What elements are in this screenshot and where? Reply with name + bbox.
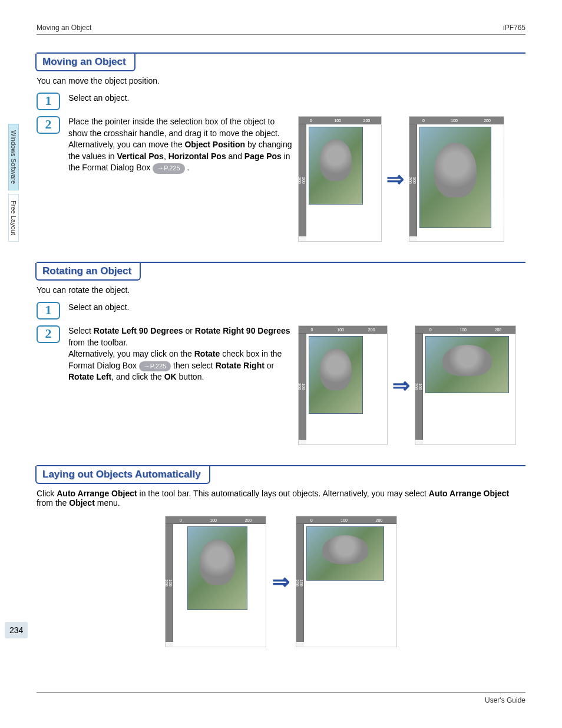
text-bold: Auto Arrange Object	[57, 489, 137, 498]
page-number-badge: 234	[5, 622, 28, 638]
text-bold: Rotate Right 90 Degrees	[195, 326, 290, 335]
section-intro-moving: You can move the object position.	[37, 76, 525, 85]
section-title-moving: Moving an Object	[35, 54, 135, 71]
figure-group-layout: 0100200 100200300 ⇒ 0100200 100200300	[37, 516, 525, 647]
figure-group-rotating: 0100200 100200300 ⇒ 0100200 100200300	[298, 325, 516, 445]
document-page: Moving an Object iPF765 Windows Software…	[0, 0, 562, 728]
figure-before: 0100200 100200300	[165, 516, 266, 647]
page-ref-pill[interactable]: →P.225	[139, 361, 171, 371]
step-number-icon: 1	[37, 93, 60, 110]
ruler-horizontal: 0100200	[166, 516, 266, 524]
ruler-vertical: 100200300	[409, 124, 417, 236]
step-number-icon: 2	[37, 325, 60, 343]
side-tab-windows-software[interactable]: Windows Software	[8, 124, 19, 190]
text: , and click the	[111, 372, 164, 381]
text: or	[183, 326, 195, 335]
ruler-vertical: 100200300	[166, 524, 173, 642]
ruler-horizontal: 0100200	[299, 117, 381, 124]
section-moving: Moving an Object You can move the object…	[37, 52, 525, 242]
ruler-horizontal: 0100200	[409, 117, 504, 124]
text: and	[226, 151, 244, 161]
step-text: Select Rotate Left 90 Degrees or Rotate …	[68, 325, 292, 383]
section-heading-bar: Laying out Objects Automatically	[37, 465, 525, 484]
text-bold: Object Position	[184, 140, 245, 149]
ruler-vertical: 100200300	[415, 334, 423, 440]
text-bold: Rotate	[194, 349, 220, 358]
step-text: Select an object.	[68, 302, 525, 314]
figure-after: 0100200 100200300	[296, 516, 397, 647]
text-bold: Horizontal Pos	[168, 151, 226, 161]
ruler-horizontal: 0100200	[296, 516, 396, 524]
step-2-moving: 2 Place the pointer inside the selection…	[37, 116, 525, 242]
text-bold: Auto Arrange Object	[429, 489, 509, 498]
figure-before: 0100200 100200300	[298, 116, 382, 242]
text: Alternatively, you may click on the	[68, 349, 194, 358]
footer-text: User's Guide	[485, 696, 525, 704]
section-intro-rotating: You can rotate the object.	[37, 285, 525, 295]
text-bold: Vertical Pos	[117, 151, 164, 161]
text-bold: Rotate Right	[216, 361, 265, 370]
arrow-right-icon: ⇒	[392, 373, 410, 398]
side-tab-free-layout[interactable]: Free Layout	[8, 194, 19, 242]
text: then select	[171, 361, 216, 370]
text: or	[265, 361, 274, 370]
ruler-vertical: 100200300	[299, 124, 306, 236]
section-title-layout: Laying out Objects Automatically	[35, 466, 210, 484]
figure-group-moving: 0100200 100200300 ⇒ 0100200 100200300	[298, 116, 504, 242]
side-tabs: Windows Software Free Layout	[8, 124, 20, 245]
text-bold: Page Pos	[244, 151, 282, 161]
ruler-horizontal: 0100200	[299, 326, 387, 334]
text-bold: OK	[164, 372, 177, 381]
figure-after: 0100200 100200300	[409, 116, 504, 242]
text: button.	[177, 372, 204, 381]
page-footer: User's Guide	[37, 692, 525, 704]
text: Select	[68, 326, 94, 335]
text: .	[185, 163, 190, 172]
text-bold: Rotate Left 90 Degrees	[94, 326, 183, 335]
ruler-horizontal: 0100200	[415, 326, 515, 334]
step-text: Place the pointer inside the selection b…	[68, 116, 292, 174]
section-layout-auto: Laying out Objects Automatically Click A…	[37, 465, 525, 647]
text: from the	[37, 498, 69, 508]
text: ,	[164, 151, 168, 161]
step-number-icon: 2	[37, 116, 60, 134]
figure-before: 0100200 100200300	[298, 325, 388, 445]
text-bold: Object	[69, 498, 95, 508]
koala-image	[306, 526, 384, 581]
text: menu.	[95, 498, 120, 508]
text-bold: Rotate Left	[68, 372, 111, 381]
figure-after: 0100200 100200300	[415, 325, 516, 445]
text: in the tool bar. This automatically lays…	[137, 489, 429, 498]
page-header: Moving an Object iPF765	[37, 24, 525, 35]
text: Alternatively, you can move the	[68, 140, 184, 149]
koala-image	[187, 526, 247, 610]
ruler-vertical: 100200300	[296, 524, 304, 642]
koala-image	[309, 336, 363, 414]
section-heading-bar: Moving an Object	[37, 52, 525, 71]
header-left: Moving an Object	[37, 24, 91, 32]
ruler-vertical: 100200300	[299, 334, 306, 440]
arrow-right-icon: ⇒	[386, 167, 404, 192]
section-heading-bar: Rotating an Object	[37, 262, 525, 281]
section-title-rotating: Rotating an Object	[35, 263, 141, 281]
koala-image	[309, 127, 363, 205]
step-1-rotating: 1 Select an object.	[37, 302, 525, 319]
step-number-icon: 1	[37, 302, 60, 319]
section-intro-layout: Click Auto Arrange Object in the tool ba…	[37, 489, 525, 508]
step-2-rotating: 2 Select Rotate Left 90 Degrees or Rotat…	[37, 325, 525, 445]
koala-image	[419, 127, 491, 228]
step-1-moving: 1 Select an object.	[37, 93, 525, 110]
header-right: iPF765	[503, 24, 525, 32]
text: from the toolbar.	[68, 338, 128, 347]
step-text: Select an object.	[68, 93, 525, 104]
text: Click	[37, 489, 57, 498]
section-rotating: Rotating an Object You can rotate the ob…	[37, 262, 525, 445]
text: Place the pointer inside the selection b…	[68, 117, 280, 138]
arrow-right-icon: ⇒	[272, 569, 290, 594]
page-ref-pill[interactable]: →P.225	[153, 163, 184, 173]
koala-image-rotated	[425, 336, 509, 393]
